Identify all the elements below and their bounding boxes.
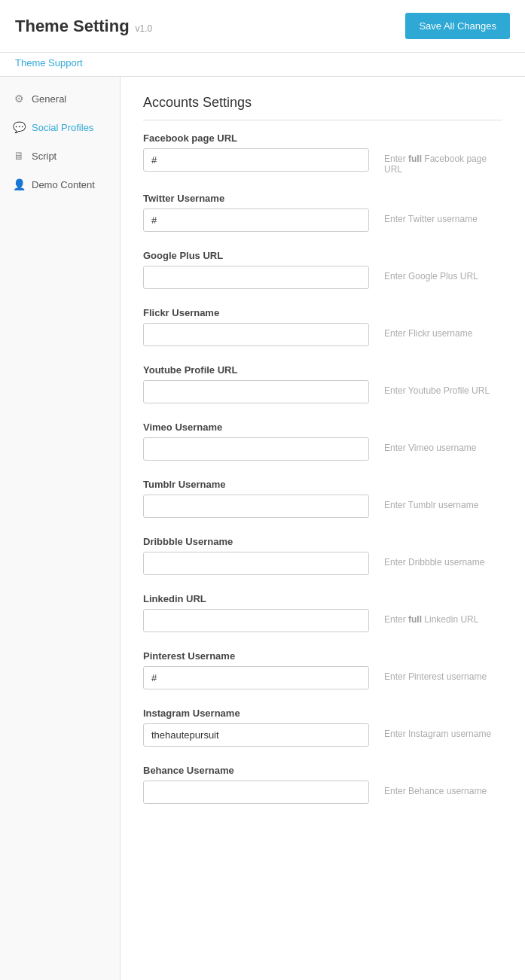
field-input-behance-username[interactable]	[143, 781, 369, 804]
field-hint-instagram-username: Enter Instagram username	[384, 708, 502, 739]
form-left-google-plus-url: Google Plus URL	[143, 250, 369, 289]
form-left-instagram-username: Instagram Username	[143, 708, 369, 747]
field-input-youtube-url[interactable]	[143, 380, 369, 403]
save-all-button[interactable]: Save All Changes	[405, 13, 510, 39]
field-label-instagram-username: Instagram Username	[143, 708, 369, 719]
field-input-vimeo-username[interactable]	[143, 437, 369, 461]
field-hint-pinterest-username: Enter Pinterest username	[384, 650, 502, 682]
field-hint-twitter-username: Enter Twitter username	[384, 193, 502, 224]
field-label-facebook-url: Facebook page URL	[143, 132, 369, 144]
form-left-tumblr-username: Tumblr Username	[143, 479, 369, 518]
section-title: Accounts Settings	[143, 95, 502, 120]
sidebar-item-social-profiles[interactable]: 💬 Social Profiles	[0, 113, 120, 142]
form-left-flickr-username: Flickr Username	[143, 307, 369, 346]
field-label-youtube-url: Youtube Profile URL	[143, 364, 369, 376]
field-input-tumblr-username[interactable]	[143, 495, 369, 518]
field-hint-flickr-username: Enter Flickr username	[384, 307, 502, 339]
form-left-facebook-url: Facebook page URL	[143, 132, 369, 172]
form-left-linkedin-url: Linkedin URL	[143, 593, 369, 632]
sidebar-item-general[interactable]: ⚙ General	[0, 84, 120, 113]
version-label: v1.0	[136, 23, 153, 34]
page-title: Theme Setting	[15, 17, 130, 36]
field-input-twitter-username[interactable]	[143, 208, 369, 232]
form-row-pinterest-username: Pinterest UsernameEnter Pinterest userna…	[143, 650, 502, 689]
field-input-linkedin-url[interactable]	[143, 609, 369, 632]
field-input-flickr-username[interactable]	[143, 323, 369, 346]
script-icon: 🖥	[12, 149, 26, 163]
field-input-dribbble-username[interactable]	[143, 552, 369, 575]
field-label-pinterest-username: Pinterest Username	[143, 650, 369, 662]
field-label-tumblr-username: Tumblr Username	[143, 479, 369, 490]
form-row-youtube-url: Youtube Profile URLEnter Youtube Profile…	[143, 364, 502, 403]
field-label-behance-username: Behance Username	[143, 765, 369, 776]
field-input-pinterest-username[interactable]	[143, 666, 369, 689]
form-left-vimeo-username: Vimeo Username	[143, 422, 369, 461]
form-left-behance-username: Behance Username	[143, 765, 369, 804]
sidebar-item-script[interactable]: 🖥 Script	[0, 142, 120, 170]
sidebar-label-demo-content: Demo Content	[32, 179, 95, 190]
form-row-vimeo-username: Vimeo UsernameEnter Vimeo username	[143, 422, 502, 461]
header-left: Theme Setting v1.0	[15, 17, 152, 36]
form-left-youtube-url: Youtube Profile URL	[143, 364, 369, 403]
field-hint-tumblr-username: Enter Tumblr username	[384, 479, 502, 510]
field-label-google-plus-url: Google Plus URL	[143, 250, 369, 261]
main-content: Accounts Settings Facebook page URLEnter…	[121, 77, 525, 980]
form-left-twitter-username: Twitter Username	[143, 193, 369, 232]
field-hint-linkedin-url: Enter full Linkedin URL	[384, 593, 502, 625]
field-hint-youtube-url: Enter Youtube Profile URL	[384, 364, 502, 396]
field-input-instagram-username[interactable]	[143, 723, 369, 747]
sidebar: ⚙ General 💬 Social Profiles 🖥 Script 👤 D…	[0, 77, 121, 980]
form-row-twitter-username: Twitter UsernameEnter Twitter username	[143, 193, 502, 232]
sub-header: Theme Support	[0, 53, 525, 77]
field-hint-facebook-url: Enter full Facebook page URL	[384, 132, 502, 175]
field-label-dribbble-username: Dribbble Username	[143, 536, 369, 547]
form-row-instagram-username: Instagram UsernameEnter Instagram userna…	[143, 708, 502, 747]
field-hint-google-plus-url: Enter Google Plus URL	[384, 250, 502, 282]
form-row-flickr-username: Flickr UsernameEnter Flickr username	[143, 307, 502, 346]
sidebar-label-general: General	[32, 93, 66, 105]
form-row-dribbble-username: Dribbble UsernameEnter Dribbble username	[143, 536, 502, 575]
person-icon: 👤	[12, 178, 26, 191]
fields-container: Facebook page URLEnter full Facebook pag…	[143, 132, 502, 804]
field-hint-vimeo-username: Enter Vimeo username	[384, 422, 502, 453]
field-label-vimeo-username: Vimeo Username	[143, 422, 369, 433]
chat-icon: 💬	[12, 120, 26, 134]
field-label-twitter-username: Twitter Username	[143, 193, 369, 204]
form-row-linkedin-url: Linkedin URLEnter full Linkedin URL	[143, 593, 502, 632]
sidebar-label-social-profiles: Social Profiles	[32, 122, 93, 133]
field-label-flickr-username: Flickr Username	[143, 307, 369, 318]
field-label-linkedin-url: Linkedin URL	[143, 593, 369, 604]
form-row-facebook-url: Facebook page URLEnter full Facebook pag…	[143, 132, 502, 175]
sidebar-item-demo-content[interactable]: 👤 Demo Content	[0, 170, 120, 199]
layout: ⚙ General 💬 Social Profiles 🖥 Script 👤 D…	[0, 77, 525, 980]
form-row-google-plus-url: Google Plus URLEnter Google Plus URL	[143, 250, 502, 289]
field-hint-dribbble-username: Enter Dribbble username	[384, 536, 502, 568]
field-input-google-plus-url[interactable]	[143, 266, 369, 289]
sidebar-label-script: Script	[32, 151, 56, 162]
form-left-pinterest-username: Pinterest Username	[143, 650, 369, 689]
gear-icon: ⚙	[12, 92, 26, 105]
form-row-behance-username: Behance UsernameEnter Behance username	[143, 765, 502, 804]
form-left-dribbble-username: Dribbble Username	[143, 536, 369, 575]
field-hint-behance-username: Enter Behance username	[384, 765, 502, 796]
header: Theme Setting v1.0 Save All Changes	[0, 0, 525, 53]
form-row-tumblr-username: Tumblr UsernameEnter Tumblr username	[143, 479, 502, 518]
theme-support-link[interactable]: Theme Support	[15, 57, 83, 68]
field-input-facebook-url[interactable]	[143, 148, 369, 172]
